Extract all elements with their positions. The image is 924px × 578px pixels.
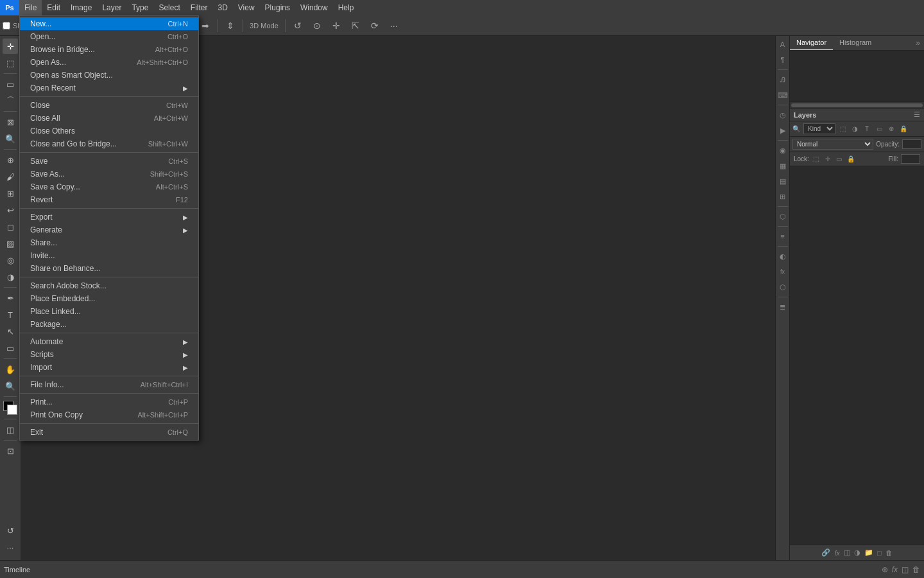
menu-item-export[interactable]: Export▶ (20, 211, 198, 223)
kind-pixel-icon[interactable]: ⬚ (837, 124, 848, 134)
rotate-view-tool[interactable]: ↺ (3, 523, 18, 538)
kind-text-icon[interactable]: T (862, 124, 872, 134)
transform-controls-checkbox[interactable] (3, 22, 10, 30)
color-swatch[interactable] (3, 401, 17, 415)
fx-icon[interactable]: fx (777, 266, 789, 277)
channels-icon[interactable]: ≡ (777, 231, 789, 242)
add-mask-icon[interactable]: ◫ (844, 548, 850, 557)
menu-item-package[interactable]: Package... (20, 318, 198, 331)
rotate-3d-btn[interactable]: ↺ (289, 17, 306, 34)
history-tool[interactable]: ↩ (3, 202, 18, 218)
menu-item-automate[interactable]: Automate▶ (20, 335, 198, 348)
menu-edit[interactable]: Edit (42, 0, 65, 15)
menu-layer[interactable]: Layer (97, 0, 126, 15)
lasso-tool[interactable]: ⌒ (3, 93, 18, 109)
gradient-tool[interactable]: ▨ (3, 236, 18, 251)
menu-item-close[interactable]: CloseCtrl+W (20, 99, 198, 112)
menu-help[interactable]: Help (333, 0, 359, 15)
blend-mode-select[interactable]: Normal (792, 139, 873, 150)
quick-mask-tool[interactable]: ◫ (3, 422, 18, 437)
artboard-tool[interactable]: ⬚ (3, 55, 18, 71)
menu-3d[interactable]: 3D (212, 0, 232, 15)
change-screen-mode[interactable]: ⊡ (3, 443, 18, 459)
add-style-icon[interactable]: fx (834, 549, 840, 557)
delete-layer-icon[interactable]: 🗑 (886, 549, 893, 557)
menu-item-open_recent[interactable]: Open Recent▶ (20, 82, 198, 94)
tab-navigator[interactable]: Navigator (790, 36, 833, 50)
menu-item-save_copy[interactable]: Save a Copy...Alt+Ctrl+S (20, 180, 198, 193)
lock-pixels-icon[interactable]: ⬚ (812, 155, 821, 164)
orbit-3d-btn[interactable]: ⊙ (309, 17, 325, 34)
marquee-tool[interactable]: ▭ (3, 76, 18, 92)
kind-smart-icon[interactable]: ⊕ (886, 124, 896, 134)
hand-tool[interactable]: ✋ (3, 362, 18, 377)
lock-position-icon[interactable]: ✛ (823, 155, 832, 164)
eyedropper-tool[interactable]: 🔍 (3, 131, 18, 146)
menu-plugins[interactable]: Plugins (260, 0, 295, 15)
dodge-tool[interactable]: ◑ (3, 269, 18, 285)
bottom-fx-icon[interactable]: fx (892, 565, 898, 574)
menu-file[interactable]: File (19, 0, 42, 15)
roll-3d-btn[interactable]: ⟳ (366, 17, 383, 34)
menu-item-import[interactable]: Import▶ (20, 361, 198, 374)
history-icon[interactable]: ◷ (777, 109, 789, 121)
zoom-tool[interactable]: 🔍 (3, 378, 18, 394)
menu-item-browse_bridge[interactable]: Browse in Bridge...Alt+Ctrl+O (20, 43, 198, 56)
crop-tool[interactable]: ⊠ (3, 114, 18, 130)
bottom-trash-icon[interactable]: 🗑 (912, 565, 920, 574)
menu-image[interactable]: Image (65, 0, 97, 15)
path-select-tool[interactable]: ↖ (3, 324, 18, 339)
type-tool[interactable]: T (3, 307, 18, 322)
pen-tool[interactable]: ✒ (3, 290, 18, 306)
menu-item-invite[interactable]: Invite... (20, 249, 198, 262)
menu-item-open_smart_object[interactable]: Open as Smart Object... (20, 69, 198, 82)
menu-window[interactable]: Window (295, 0, 333, 15)
add-link-icon[interactable]: 🔗 (821, 548, 830, 557)
bottom-mask-icon[interactable]: ◫ (902, 565, 909, 574)
menu-item-save_as[interactable]: Save As...Shift+Ctrl+S (20, 168, 198, 180)
menu-item-open_as[interactable]: Open As...Alt+Shift+Ctrl+O (20, 56, 198, 69)
actions-icon[interactable]: ▶ (777, 125, 789, 136)
menu-item-revert[interactable]: RevertF12 (20, 193, 198, 206)
shape-tool[interactable]: ▭ (3, 340, 18, 356)
menu-item-print_one_copy[interactable]: Print One CopyAlt+Shift+Ctrl+P (20, 408, 198, 421)
menu-item-share[interactable]: Share... (20, 236, 198, 249)
kind-shape-icon[interactable]: ▭ (874, 124, 884, 134)
layers-menu-icon[interactable]: ☰ (914, 110, 920, 119)
panel-collapse-btn[interactable]: » (912, 36, 924, 50)
brush-tool[interactable]: 🖌 (3, 169, 18, 184)
menu-type[interactable]: Type (126, 0, 153, 15)
menu-item-close_others[interactable]: Close Others (20, 125, 198, 137)
text-icon[interactable]: A (777, 39, 789, 50)
3d-panel-icon[interactable]: ⬡ (777, 281, 789, 293)
blur-tool[interactable]: ◎ (3, 252, 18, 268)
menu-item-place_embedded[interactable]: Place Embedded... (20, 292, 198, 305)
menu-item-close_all[interactable]: Close AllAlt+Ctrl+W (20, 112, 198, 125)
lock-all-icon[interactable]: 🔒 (846, 155, 855, 164)
menu-item-save[interactable]: SaveCtrl+S (20, 155, 198, 168)
healing-tool[interactable]: ⊕ (3, 152, 18, 168)
stamp-tool[interactable]: ⊞ (3, 186, 18, 201)
3d-icon[interactable]: ⬡ (777, 211, 789, 222)
new-group-icon[interactable]: 📁 (864, 548, 873, 557)
menu-filter[interactable]: Filter (185, 0, 213, 15)
menu-item-exit[interactable]: ExitCtrl+Q (20, 426, 198, 439)
distribute-btn[interactable]: ⇕ (222, 17, 239, 34)
add-adjustment-icon[interactable]: ◑ (854, 548, 860, 557)
lock-artboard-icon[interactable]: ▭ (835, 155, 844, 164)
menu-item-open[interactable]: Open...Ctrl+O (20, 30, 198, 43)
properties-icon[interactable]: ≣ (777, 301, 789, 313)
menu-select[interactable]: Select (153, 0, 185, 15)
menu-view[interactable]: View (233, 0, 260, 15)
align-right-btn[interactable]: ➡ (197, 17, 214, 34)
menu-item-share_behance[interactable]: Share on Behance... (20, 262, 198, 275)
new-layer-icon[interactable]: □ (877, 549, 882, 557)
glyphs-icon[interactable]: ⌨ (777, 89, 789, 101)
gradients-icon[interactable]: ▤ (777, 175, 789, 187)
menu-item-print[interactable]: Print...Ctrl+P (20, 396, 198, 408)
scale-3d-btn[interactable]: ⇱ (347, 17, 364, 34)
opacity-input[interactable] (902, 139, 921, 149)
paragraph-icon[interactable]: ¶ (777, 54, 789, 66)
character-icon[interactable]: Ꭿ (777, 74, 789, 85)
fill-input[interactable] (901, 154, 920, 164)
